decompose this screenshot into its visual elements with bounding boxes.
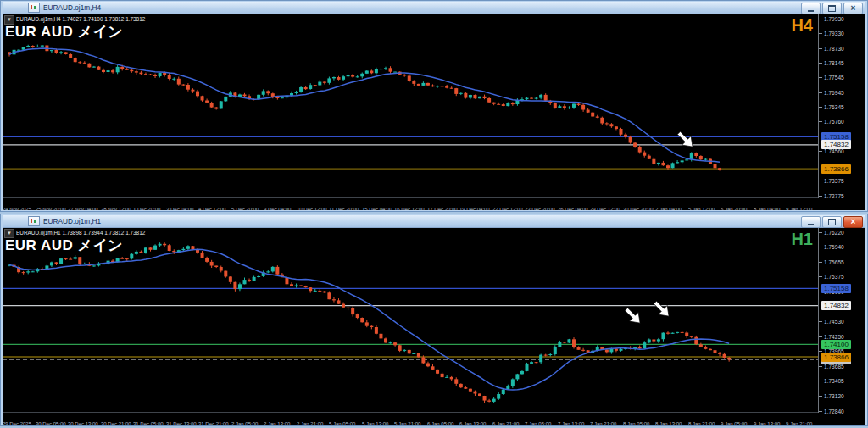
symbol-watermark: EUR AUD メイン: [5, 22, 123, 42]
time-tick-label: 9 Jan 13:00: [754, 414, 789, 425]
price-level-label: 1.73866: [821, 164, 851, 174]
time-tick-label: 2 Jan 13:00: [264, 414, 299, 425]
time-tick-label: 7 Jan 21:00: [590, 414, 626, 425]
close-button[interactable]: ×: [843, 216, 863, 228]
close-icon: ×: [851, 4, 856, 13]
price-chart[interactable]: [3, 228, 865, 425]
time-tick-label: 9 Jan 21:00: [786, 414, 821, 425]
window-titlebar[interactable]: EURAUD.oj1m,H1 ×: [3, 215, 865, 228]
time-tick-label: 9 Jan 12:00: [786, 200, 821, 210]
price-chart[interactable]: [3, 14, 865, 210]
price-tick-label: 1.73405: [819, 377, 849, 386]
time-tick-label: 2 Jan 21:00: [297, 414, 332, 425]
window-title: EURAUD.oj1m,H4: [43, 3, 101, 11]
restore-icon: [828, 5, 836, 12]
time-tick-label: 6 Jan 13:00: [459, 414, 495, 425]
window-titlebar[interactable]: EURAUD.oj1m,H4 ×: [3, 2, 865, 14]
time-tick-label: 8 Jan 21:00: [688, 414, 724, 425]
price-axis[interactable]: 1.762201.759401.756551.753751.750901.745…: [818, 228, 865, 413]
price-tick-label: 1.76945: [819, 88, 849, 97]
price-tick-label: 1.72840: [819, 407, 849, 415]
chart-window-h4: EURAUD.oj1m,H4 × ▼ EURAUD.oj1m,H4 1.7402…: [0, 0, 868, 212]
chart-area[interactable]: ▼ EURAUD.oj1m,H1 1.73898 1.73944 1.73812…: [3, 228, 865, 425]
restore-button[interactable]: [822, 3, 842, 14]
price-axis[interactable]: 1.799301.793301.787301.781451.775451.769…: [818, 14, 865, 198]
price-tick-label: 1.74530: [819, 318, 849, 326]
time-tick-label: 6 Jan 21:00: [492, 414, 528, 425]
price-level-label: 1.75158: [821, 284, 851, 293]
time-tick-label: 8 Jan 05:00: [623, 414, 659, 425]
time-tick-label: 2 Jan 04:00: [655, 200, 691, 210]
close-icon: ×: [851, 218, 856, 226]
restore-icon: [828, 219, 836, 225]
price-level-label: 1.74832: [821, 140, 851, 149]
timeframe-badge: H1: [791, 230, 813, 249]
window-title: EURAUD.oj1m,H1: [43, 217, 101, 225]
price-tick-label: 1.75940: [819, 243, 849, 252]
price-tick-label: 1.73375: [819, 177, 849, 186]
time-tick-label: 5 Dec 20:00: [231, 200, 268, 210]
time-tick-label: 8 Jan 04:00: [754, 200, 789, 210]
time-tick-label: 4 Dec 12:00: [198, 200, 235, 210]
price-tick-label: 1.73120: [819, 392, 849, 401]
price-level-label: 1.74100: [821, 340, 851, 349]
moving-average-line[interactable]: [9, 249, 729, 390]
time-tick-label: 3 Dec 04:00: [166, 200, 203, 210]
restore-button[interactable]: [822, 216, 842, 228]
time-tick-label: 5 Jan 13:00: [362, 414, 398, 425]
chart-window-h1: EURAUD.oj1m,H1 × ▼ EURAUD.oj1m,H1 1.7389…: [0, 214, 868, 426]
minimize-button[interactable]: [801, 3, 821, 14]
symbol-watermark: EUR AUD メイン: [5, 236, 123, 255]
signal-arrow-icon: [651, 298, 674, 321]
candles: [8, 242, 731, 403]
price-tick-label: 1.78730: [819, 44, 849, 53]
time-tick-label: 5 Jan 12:00: [688, 200, 724, 210]
time-tick-label: 6 Jan 20:00: [721, 200, 756, 210]
price-tick-label: 1.75760: [819, 118, 849, 126]
price-tick-label: 1.79330: [819, 30, 849, 38]
time-tick-label: 7 Jan 05:00: [525, 414, 560, 425]
timeframe-badge: H4: [791, 16, 813, 36]
time-tick-label: 7 Jan 13:00: [558, 414, 593, 425]
chart-area[interactable]: ▼ EURAUD.oj1m,H4 1.74027 1.74100 1.73812…: [3, 14, 865, 210]
minimize-icon: [808, 10, 814, 12]
price-tick-label: 1.77545: [819, 74, 849, 82]
time-tick-label: 5 Jan 21:00: [394, 414, 430, 425]
time-tick-label: 1 Dec 20:00: [133, 200, 170, 210]
time-axis[interactable]: 24 Nov 202525 Nov 20:0027 Nov 04:0028 No…: [3, 197, 865, 210]
time-tick-label: 9 Jan 05:00: [721, 414, 756, 425]
price-tick-label: 1.76220: [819, 228, 849, 236]
chart-window-icon: [28, 3, 40, 13]
time-tick-label: 2 Jan 05:00: [231, 414, 267, 425]
minimize-icon: [808, 224, 814, 225]
time-tick-label: 5 Jan 05:00: [329, 414, 364, 425]
price-tick-label: 1.75655: [819, 258, 849, 266]
price-level-label: 1.73866: [821, 353, 851, 362]
price-tick-label: 1.75375: [819, 273, 849, 281]
price-tick-label: 1.76345: [819, 103, 849, 112]
price-tick-label: 1.72775: [819, 192, 849, 200]
time-tick-label: 8 Jan 13:00: [655, 414, 691, 425]
price-tick-label: 1.78145: [819, 58, 849, 67]
time-axis[interactable]: 29 Dec 202530 Dec 05:0030 Dec 13:0030 De…: [3, 412, 865, 425]
signal-arrow-icon: [675, 129, 698, 152]
price-tick-label: 1.79930: [819, 14, 849, 23]
price-level-label: 1.74832: [821, 301, 851, 310]
close-button[interactable]: ×: [843, 3, 863, 14]
chart-window-icon: [28, 216, 40, 226]
time-tick-label: 6 Jan 05:00: [427, 414, 463, 425]
time-tick-label: 9 Dec 04:00: [264, 200, 300, 210]
minimize-button[interactable]: [801, 216, 821, 228]
signal-arrow-icon: [622, 305, 645, 328]
